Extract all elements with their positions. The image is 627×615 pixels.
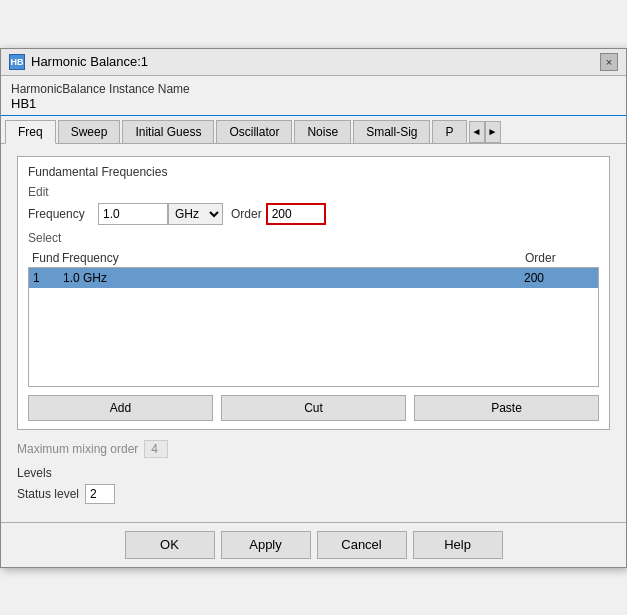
- tab-small-sig[interactable]: Small-Sig: [353, 120, 430, 143]
- frequency-table: Fund Frequency Order 1 1.0 GHz 200: [28, 249, 599, 387]
- table-header: Fund Frequency Order: [28, 249, 599, 267]
- tab-noise[interactable]: Noise: [294, 120, 351, 143]
- paste-button[interactable]: Paste: [414, 395, 599, 421]
- title-bar-left: HB Harmonic Balance:1: [9, 54, 148, 70]
- instance-name: HB1: [11, 96, 616, 111]
- help-button[interactable]: Help: [413, 531, 503, 559]
- tabs-bar: Freq Sweep Initial Guess Oscillator Nois…: [1, 116, 626, 144]
- fundamental-section: Fundamental Frequencies Edit Frequency G…: [17, 156, 610, 430]
- frequency-label: Frequency: [28, 207, 98, 221]
- col-fund-header: Fund: [32, 251, 62, 265]
- col-freq-header: Frequency: [62, 251, 525, 265]
- tab-freq[interactable]: Freq: [5, 120, 56, 144]
- tab-prev-button[interactable]: ◄: [469, 121, 485, 143]
- tab-sweep[interactable]: Sweep: [58, 120, 121, 143]
- footer: OK Apply Cancel Help: [1, 522, 626, 567]
- window-title: Harmonic Balance:1: [31, 54, 148, 69]
- status-label: Status level: [17, 487, 79, 501]
- edit-label: Edit: [28, 185, 599, 199]
- row-order: 200: [524, 271, 594, 285]
- select-label: Select: [28, 231, 599, 245]
- table-body: 1 1.0 GHz 200: [28, 267, 599, 387]
- order-section: Order: [231, 203, 326, 225]
- row-frequency: 1.0 GHz: [63, 271, 524, 285]
- mixing-row: Maximum mixing order 4: [17, 440, 610, 458]
- instance-section: HarmonicBalance Instance Name HB1: [1, 76, 626, 116]
- col-order-header: Order: [525, 251, 595, 265]
- mixing-section: Maximum mixing order 4: [17, 440, 610, 458]
- cut-button[interactable]: Cut: [221, 395, 406, 421]
- order-input[interactable]: [266, 203, 326, 225]
- instance-label: HarmonicBalance Instance Name: [11, 82, 616, 96]
- main-window: HB Harmonic Balance:1 × HarmonicBalance …: [0, 48, 627, 568]
- table-row[interactable]: 1 1.0 GHz 200: [29, 268, 598, 288]
- fundamental-title: Fundamental Frequencies: [28, 165, 599, 179]
- levels-title: Levels: [17, 466, 610, 480]
- title-bar: HB Harmonic Balance:1 ×: [1, 49, 626, 76]
- frequency-input[interactable]: [98, 203, 168, 225]
- status-input[interactable]: [85, 484, 115, 504]
- frequency-row: Frequency GHz MHz Hz Order: [28, 203, 599, 225]
- tab-initial-guess[interactable]: Initial Guess: [122, 120, 214, 143]
- cancel-button[interactable]: Cancel: [317, 531, 407, 559]
- tab-p[interactable]: P: [432, 120, 466, 143]
- apply-button[interactable]: Apply: [221, 531, 311, 559]
- app-icon: HB: [9, 54, 25, 70]
- tab-next-button[interactable]: ►: [485, 121, 501, 143]
- row-fund: 1: [33, 271, 63, 285]
- main-content: Fundamental Frequencies Edit Frequency G…: [1, 144, 626, 522]
- action-row: Add Cut Paste: [28, 395, 599, 421]
- levels-section: Levels Status level: [17, 466, 610, 504]
- order-label: Order: [231, 207, 262, 221]
- mixing-label: Maximum mixing order: [17, 442, 138, 456]
- close-button[interactable]: ×: [600, 53, 618, 71]
- status-row: Status level: [17, 484, 610, 504]
- add-button[interactable]: Add: [28, 395, 213, 421]
- ok-button[interactable]: OK: [125, 531, 215, 559]
- tab-oscillator[interactable]: Oscillator: [216, 120, 292, 143]
- mixing-value: 4: [144, 440, 168, 458]
- frequency-unit-select[interactable]: GHz MHz Hz: [168, 203, 223, 225]
